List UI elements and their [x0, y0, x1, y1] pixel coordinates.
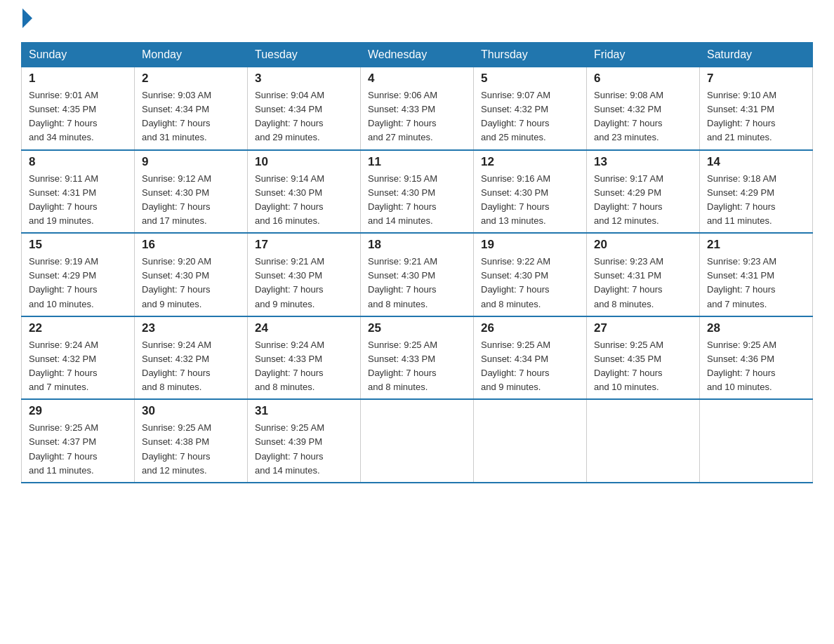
- day-info: Sunrise: 9:25 AMSunset: 4:37 PMDaylight:…: [29, 421, 127, 478]
- day-info: Sunrise: 9:23 AMSunset: 4:31 PMDaylight:…: [594, 255, 692, 311]
- day-number: 28: [707, 321, 805, 335]
- day-number: 20: [594, 238, 692, 252]
- calendar-body: 1Sunrise: 9:01 AMSunset: 4:35 PMDaylight…: [22, 67, 813, 483]
- day-number: 16: [142, 238, 240, 252]
- day-cell: [474, 399, 587, 483]
- day-info: Sunrise: 9:21 AMSunset: 4:30 PMDaylight:…: [368, 255, 466, 311]
- day-number: 22: [29, 321, 127, 335]
- day-number: 23: [142, 321, 240, 335]
- day-cell: 9Sunrise: 9:12 AMSunset: 4:30 PMDaylight…: [135, 150, 248, 234]
- day-cell: [587, 399, 700, 483]
- page-header: [21, 14, 813, 28]
- day-cell: 16Sunrise: 9:20 AMSunset: 4:30 PMDayligh…: [135, 233, 248, 316]
- day-cell: 26Sunrise: 9:25 AMSunset: 4:34 PMDayligh…: [474, 316, 587, 400]
- day-cell: 21Sunrise: 9:23 AMSunset: 4:31 PMDayligh…: [700, 233, 813, 316]
- day-number: 30: [142, 404, 240, 418]
- day-cell: 27Sunrise: 9:25 AMSunset: 4:35 PMDayligh…: [587, 316, 700, 400]
- day-info: Sunrise: 9:21 AMSunset: 4:30 PMDaylight:…: [255, 255, 353, 311]
- day-number: 1: [29, 72, 127, 86]
- day-info: Sunrise: 9:25 AMSunset: 4:36 PMDaylight:…: [707, 338, 805, 395]
- week-row-4: 22Sunrise: 9:24 AMSunset: 4:32 PMDayligh…: [22, 316, 813, 400]
- day-info: Sunrise: 9:14 AMSunset: 4:30 PMDaylight:…: [255, 172, 353, 229]
- header-sunday: Sunday: [22, 43, 135, 67]
- day-cell: 14Sunrise: 9:18 AMSunset: 4:29 PMDayligh…: [700, 150, 813, 234]
- day-cell: 1Sunrise: 9:01 AMSunset: 4:35 PMDaylight…: [22, 67, 135, 150]
- day-info: Sunrise: 9:23 AMSunset: 4:31 PMDaylight:…: [707, 255, 805, 311]
- day-info: Sunrise: 9:03 AMSunset: 4:34 PMDaylight:…: [142, 88, 240, 145]
- day-number: 4: [368, 72, 466, 86]
- day-info: Sunrise: 9:24 AMSunset: 4:33 PMDaylight:…: [255, 338, 353, 395]
- day-info: Sunrise: 9:08 AMSunset: 4:32 PMDaylight:…: [594, 88, 692, 145]
- day-number: 14: [707, 155, 805, 169]
- header-wednesday: Wednesday: [361, 43, 474, 67]
- day-cell: 11Sunrise: 9:15 AMSunset: 4:30 PMDayligh…: [361, 150, 474, 234]
- day-number: 25: [368, 321, 466, 335]
- day-info: Sunrise: 9:18 AMSunset: 4:29 PMDaylight:…: [707, 172, 805, 229]
- day-info: Sunrise: 9:15 AMSunset: 4:30 PMDaylight:…: [368, 172, 466, 229]
- day-number: 2: [142, 72, 240, 86]
- day-info: Sunrise: 9:01 AMSunset: 4:35 PMDaylight:…: [29, 88, 127, 145]
- day-info: Sunrise: 9:10 AMSunset: 4:31 PMDaylight:…: [707, 88, 805, 145]
- day-number: 19: [481, 238, 579, 252]
- day-number: 8: [29, 155, 127, 169]
- header-tuesday: Tuesday: [248, 43, 361, 67]
- day-info: Sunrise: 9:04 AMSunset: 4:34 PMDaylight:…: [255, 88, 353, 145]
- day-cell: 17Sunrise: 9:21 AMSunset: 4:30 PMDayligh…: [248, 233, 361, 316]
- day-info: Sunrise: 9:19 AMSunset: 4:29 PMDaylight:…: [29, 255, 127, 311]
- day-number: 15: [29, 238, 127, 252]
- day-cell: 6Sunrise: 9:08 AMSunset: 4:32 PMDaylight…: [587, 67, 700, 150]
- day-info: Sunrise: 9:07 AMSunset: 4:32 PMDaylight:…: [481, 88, 579, 145]
- day-info: Sunrise: 9:25 AMSunset: 4:39 PMDaylight:…: [255, 421, 353, 478]
- week-row-5: 29Sunrise: 9:25 AMSunset: 4:37 PMDayligh…: [22, 399, 813, 483]
- day-cell: [700, 399, 813, 483]
- day-cell: 19Sunrise: 9:22 AMSunset: 4:30 PMDayligh…: [474, 233, 587, 316]
- day-info: Sunrise: 9:11 AMSunset: 4:31 PMDaylight:…: [29, 172, 127, 229]
- header-monday: Monday: [135, 43, 248, 67]
- day-cell: 31Sunrise: 9:25 AMSunset: 4:39 PMDayligh…: [248, 399, 361, 483]
- header-row: SundayMondayTuesdayWednesdayThursdayFrid…: [22, 43, 813, 67]
- day-info: Sunrise: 9:12 AMSunset: 4:30 PMDaylight:…: [142, 172, 240, 229]
- day-number: 12: [481, 155, 579, 169]
- day-cell: 3Sunrise: 9:04 AMSunset: 4:34 PMDaylight…: [248, 67, 361, 150]
- day-cell: 30Sunrise: 9:25 AMSunset: 4:38 PMDayligh…: [135, 399, 248, 483]
- day-info: Sunrise: 9:24 AMSunset: 4:32 PMDaylight:…: [29, 338, 127, 395]
- day-cell: 4Sunrise: 9:06 AMSunset: 4:33 PMDaylight…: [361, 67, 474, 150]
- day-cell: 8Sunrise: 9:11 AMSunset: 4:31 PMDaylight…: [22, 150, 135, 234]
- day-info: Sunrise: 9:24 AMSunset: 4:32 PMDaylight:…: [142, 338, 240, 395]
- day-number: 21: [707, 238, 805, 252]
- day-number: 3: [255, 72, 353, 86]
- header-thursday: Thursday: [474, 43, 587, 67]
- week-row-2: 8Sunrise: 9:11 AMSunset: 4:31 PMDaylight…: [22, 150, 813, 234]
- week-row-3: 15Sunrise: 9:19 AMSunset: 4:29 PMDayligh…: [22, 233, 813, 316]
- day-number: 7: [707, 72, 805, 86]
- day-info: Sunrise: 9:20 AMSunset: 4:30 PMDaylight:…: [142, 255, 240, 311]
- day-cell: 25Sunrise: 9:25 AMSunset: 4:33 PMDayligh…: [361, 316, 474, 400]
- day-cell: 7Sunrise: 9:10 AMSunset: 4:31 PMDaylight…: [700, 67, 813, 150]
- day-cell: 22Sunrise: 9:24 AMSunset: 4:32 PMDayligh…: [22, 316, 135, 400]
- day-info: Sunrise: 9:06 AMSunset: 4:33 PMDaylight:…: [368, 88, 466, 145]
- day-cell: 23Sunrise: 9:24 AMSunset: 4:32 PMDayligh…: [135, 316, 248, 400]
- day-number: 17: [255, 238, 353, 252]
- day-number: 29: [29, 404, 127, 418]
- day-number: 18: [368, 238, 466, 252]
- day-cell: 29Sunrise: 9:25 AMSunset: 4:37 PMDayligh…: [22, 399, 135, 483]
- header-friday: Friday: [587, 43, 700, 67]
- logo: [21, 14, 32, 28]
- day-cell: 18Sunrise: 9:21 AMSunset: 4:30 PMDayligh…: [361, 233, 474, 316]
- day-number: 24: [255, 321, 353, 335]
- logo-icon: [21, 14, 32, 28]
- calendar-header: SundayMondayTuesdayWednesdayThursdayFrid…: [22, 43, 813, 67]
- day-cell: 2Sunrise: 9:03 AMSunset: 4:34 PMDaylight…: [135, 67, 248, 150]
- day-info: Sunrise: 9:16 AMSunset: 4:30 PMDaylight:…: [481, 172, 579, 229]
- day-number: 11: [368, 155, 466, 169]
- day-info: Sunrise: 9:25 AMSunset: 4:34 PMDaylight:…: [481, 338, 579, 395]
- day-cell: 10Sunrise: 9:14 AMSunset: 4:30 PMDayligh…: [248, 150, 361, 234]
- day-number: 13: [594, 155, 692, 169]
- day-info: Sunrise: 9:22 AMSunset: 4:30 PMDaylight:…: [481, 255, 579, 311]
- day-number: 10: [255, 155, 353, 169]
- day-cell: 12Sunrise: 9:16 AMSunset: 4:30 PMDayligh…: [474, 150, 587, 234]
- day-info: Sunrise: 9:25 AMSunset: 4:33 PMDaylight:…: [368, 338, 466, 395]
- day-info: Sunrise: 9:17 AMSunset: 4:29 PMDaylight:…: [594, 172, 692, 229]
- day-number: 31: [255, 404, 353, 418]
- day-number: 26: [481, 321, 579, 335]
